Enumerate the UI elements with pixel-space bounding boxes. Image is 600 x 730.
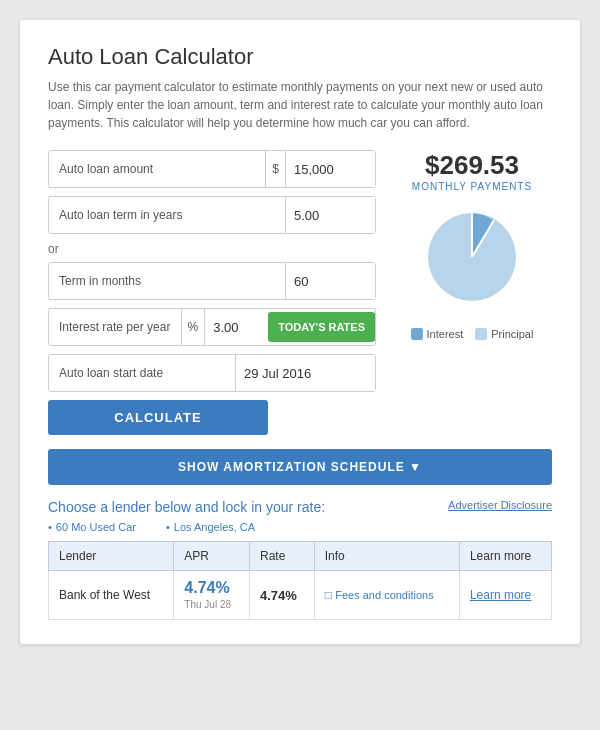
loan-amount-row: Auto loan amount $ <box>48 150 376 188</box>
interest-prefix: % <box>181 309 205 345</box>
pie-chart <box>417 202 527 312</box>
monthly-payment-value: $269.53 <box>425 150 519 181</box>
apr-date: Thu Jul 28 <box>184 599 231 610</box>
rate-value: 4.74% <box>260 588 297 603</box>
calculate-button[interactable]: CALCULATE <box>48 400 268 435</box>
table-row: Bank of the West 4.74% Thu Jul 28 4.74% … <box>49 571 552 620</box>
main-layout: Auto loan amount $ Auto loan term in yea… <box>48 150 552 435</box>
lender-name: Bank of the West <box>49 571 174 620</box>
principal-label: Principal <box>491 328 533 340</box>
col-apr: APR <box>174 542 250 571</box>
lender-info: □ Fees and conditions <box>314 571 459 620</box>
advertiser-disclosure-link[interactable]: Advertiser Disclosure <box>448 499 552 511</box>
term-months-label: Term in months <box>49 274 285 288</box>
filter-used-car-label: 60 Mo Used Car <box>56 521 136 533</box>
term-months-row: Term in months <box>48 262 376 300</box>
lender-table-body: Bank of the West 4.74% Thu Jul 28 4.74% … <box>49 571 552 620</box>
col-rate: Rate <box>249 542 314 571</box>
todays-rates-button[interactable]: TODAY'S RATES <box>268 312 375 342</box>
start-date-row: Auto loan start date <box>48 354 376 392</box>
lender-section: Choose a lender below and lock in your r… <box>48 499 552 620</box>
loan-amount-prefix: $ <box>265 151 285 187</box>
bullet-2: • <box>166 521 170 533</box>
lender-table: Lender APR Rate Info Learn more Bank of … <box>48 541 552 620</box>
lender-table-header: Lender APR Rate Info Learn more <box>49 542 552 571</box>
fees-link[interactable]: Fees and conditions <box>335 589 433 601</box>
interest-label: Interest rate per year <box>49 320 181 334</box>
amortization-button[interactable]: SHOW AMORTIZATION SCHEDULE ▼ <box>48 449 552 485</box>
monthly-payment-label: MONTHLY PAYMENTS <box>412 181 532 192</box>
lender-header-row: Lender APR Rate Info Learn more <box>49 542 552 571</box>
lender-filters: • 60 Mo Used Car • Los Angeles, CA <box>48 521 552 533</box>
apr-value: 4.74% <box>184 579 229 596</box>
col-info: Info <box>314 542 459 571</box>
loan-amount-label: Auto loan amount <box>49 162 265 176</box>
lender-rate: 4.74% <box>249 571 314 620</box>
calculator-card: Auto Loan Calculator Use this car paymen… <box>20 20 580 644</box>
lender-apr: 4.74% Thu Jul 28 <box>174 571 250 620</box>
bullet-1: • <box>48 521 52 533</box>
interest-label: Interest <box>427 328 464 340</box>
term-years-label: Auto loan term in years <box>49 208 285 222</box>
term-months-input[interactable] <box>285 263 375 299</box>
filter-used-car[interactable]: • 60 Mo Used Car <box>48 521 136 533</box>
info-prefix: □ <box>325 588 332 602</box>
col-learn-more: Learn more <box>459 542 551 571</box>
form-section: Auto loan amount $ Auto loan term in yea… <box>48 150 376 435</box>
filter-location-label: Los Angeles, CA <box>174 521 255 533</box>
learn-more-link[interactable]: Learn more <box>470 588 531 602</box>
chart-legend: Interest Principal <box>411 328 534 340</box>
filter-location[interactable]: • Los Angeles, CA <box>166 521 255 533</box>
col-lender: Lender <box>49 542 174 571</box>
lender-header: Choose a lender below and lock in your r… <box>48 499 552 515</box>
interest-legend: Interest <box>411 328 464 340</box>
loan-amount-input[interactable] <box>285 151 375 187</box>
term-years-row: Auto loan term in years <box>48 196 376 234</box>
interest-dot <box>411 328 423 340</box>
pie-chart-svg <box>417 202 527 312</box>
lender-learn-more: Learn more <box>459 571 551 620</box>
or-text: or <box>48 242 376 256</box>
page-title: Auto Loan Calculator <box>48 44 552 70</box>
chart-section: $269.53 MONTHLY PAYMENTS Interest <box>392 150 552 435</box>
start-date-label: Auto loan start date <box>49 366 235 380</box>
choose-lender-text: Choose a lender below and lock in your r… <box>48 499 325 515</box>
term-years-input[interactable] <box>285 197 375 233</box>
principal-dot <box>475 328 487 340</box>
page-description: Use this car payment calculator to estim… <box>48 78 552 132</box>
principal-legend: Principal <box>475 328 533 340</box>
start-date-input[interactable] <box>235 355 375 391</box>
interest-input[interactable] <box>204 309 264 345</box>
interest-rate-row: Interest rate per year % TODAY'S RATES <box>48 308 376 346</box>
